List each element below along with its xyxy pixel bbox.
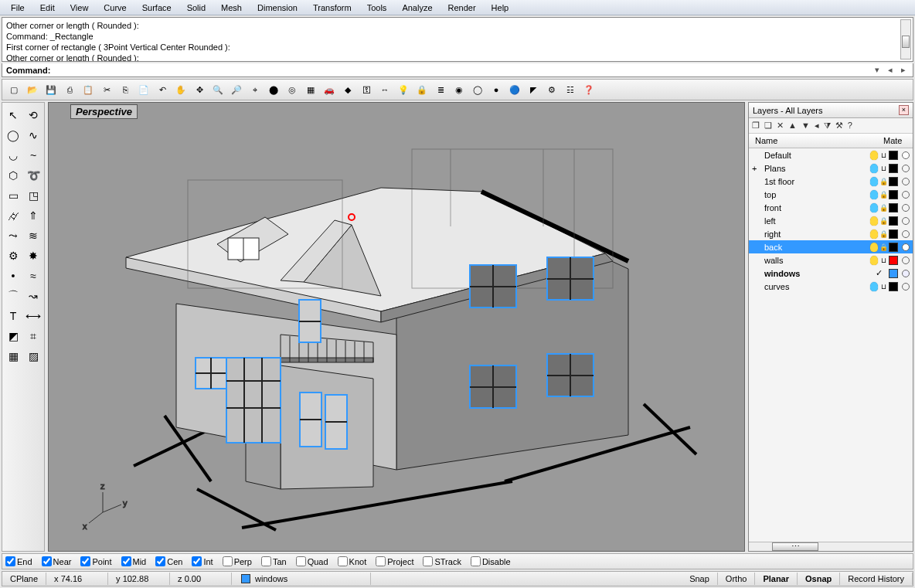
col-material[interactable]: Mate: [883, 136, 910, 145]
layer-stack-icon[interactable]: ≣: [432, 81, 449, 98]
delete-layer-icon[interactable]: ✕: [777, 121, 784, 131]
sphere-wire-icon[interactable]: ◯: [469, 81, 486, 98]
col-name[interactable]: Name: [752, 136, 883, 145]
extrude-tool-icon[interactable]: ⇑: [24, 206, 43, 225]
trace-tool-icon[interactable]: ➰: [24, 166, 43, 185]
options-icon[interactable]: ⚙: [543, 81, 560, 98]
osnap-tan[interactable]: Tan: [261, 556, 287, 566]
zoom-out-icon[interactable]: 🔎: [228, 81, 245, 98]
status-layer[interactable]: windows: [232, 573, 371, 585]
text-tool-icon[interactable]: T: [4, 307, 22, 325]
arrow-tool-icon[interactable]: ↖: [4, 106, 22, 124]
zoom-extents-icon[interactable]: ◎: [284, 81, 301, 98]
color-wheel-icon[interactable]: ◉: [451, 81, 468, 98]
menu-transform[interactable]: Transform: [305, 2, 359, 14]
curve-tool-icon[interactable]: ∿: [24, 126, 43, 144]
menu-solid[interactable]: Solid: [179, 2, 213, 14]
filter-icon[interactable]: ⧩: [824, 121, 831, 131]
new-sublayer-icon[interactable]: ❏: [764, 121, 772, 131]
pipe-tool-icon[interactable]: ⌒: [4, 287, 22, 305]
layer-row[interactable]: back🔒: [749, 240, 913, 253]
menu-dimension[interactable]: Dimension: [250, 2, 305, 14]
help-layer-icon[interactable]: ?: [848, 121, 852, 131]
explode-tool-icon[interactable]: ✸: [24, 246, 43, 265]
osnap-knot[interactable]: Knot: [338, 556, 367, 566]
osnap-strack[interactable]: STrack: [423, 556, 461, 566]
osnap-disable[interactable]: Disable: [471, 556, 511, 566]
zoom-selected-icon[interactable]: ⬤: [265, 81, 282, 98]
lasso-tool-icon[interactable]: ⟲: [24, 106, 43, 124]
dim-icon[interactable]: ↔: [376, 81, 393, 98]
cplane-icon[interactable]: ◤: [525, 81, 542, 98]
layer-row[interactable]: Default⊔: [749, 148, 913, 161]
status-ortho[interactable]: Ortho: [718, 573, 756, 585]
gear-tool-icon[interactable]: ⚙: [4, 246, 22, 265]
circle-tool-icon[interactable]: ◯: [4, 126, 22, 144]
loft-tool-icon[interactable]: ≋: [24, 226, 43, 245]
ucs-tool-icon[interactable]: ⌗: [24, 327, 43, 345]
layer-row[interactable]: curves⊔: [749, 280, 913, 293]
render-icon[interactable]: ◆: [339, 81, 356, 98]
osnap-int[interactable]: Int: [192, 556, 213, 566]
viewport-label[interactable]: Perspective: [70, 104, 138, 119]
pcurve-tool-icon[interactable]: ~: [24, 146, 43, 165]
move-icon[interactable]: ✥: [191, 81, 208, 98]
prev-icon[interactable]: ◂: [815, 121, 819, 131]
menu-help[interactable]: Help: [484, 2, 517, 14]
menu-curve[interactable]: Curve: [96, 2, 134, 14]
menu-view[interactable]: View: [63, 2, 97, 14]
light-off-icon[interactable]: 💡: [395, 81, 412, 98]
layer-row[interactable]: front🔒: [749, 201, 913, 214]
menu-render[interactable]: Render: [440, 2, 484, 14]
layer-row[interactable]: 1st floor🔒: [749, 175, 913, 188]
sphere-shaded-icon[interactable]: ●: [488, 81, 505, 98]
blend-tool-icon[interactable]: ≈: [24, 267, 43, 285]
hatch-tool-icon[interactable]: ▨: [24, 347, 43, 365]
menu-surface[interactable]: Surface: [134, 2, 179, 14]
osnap-point[interactable]: Point: [80, 556, 111, 566]
cyl-tool-icon[interactable]: ⌭: [4, 206, 22, 225]
osnap-cen[interactable]: Cen: [155, 556, 182, 566]
sweep-tool-icon[interactable]: ⤳: [4, 226, 22, 245]
arc-tool-icon[interactable]: ◡: [4, 146, 22, 165]
print-icon[interactable]: ⎙: [61, 81, 78, 98]
move-up-icon[interactable]: ▲: [788, 121, 797, 131]
scroll-right-icon[interactable]: ▸: [898, 65, 909, 75]
status-planar[interactable]: Planar: [755, 573, 798, 585]
key-icon[interactable]: ⚿: [358, 81, 375, 98]
osnap-perp[interactable]: Perp: [223, 556, 252, 566]
menu-tools[interactable]: Tools: [359, 2, 395, 14]
status-record-history[interactable]: Record History: [840, 573, 913, 585]
lock-icon[interactable]: 🔒: [413, 81, 430, 98]
zoom-window-icon[interactable]: ⌖: [247, 81, 264, 98]
tools-icon[interactable]: ⚒: [835, 121, 843, 131]
osnap-mid[interactable]: Mid: [121, 556, 147, 566]
close-icon[interactable]: ×: [899, 105, 909, 115]
new-icon[interactable]: ▢: [5, 81, 22, 98]
layer-row[interactable]: windows✓: [749, 267, 913, 280]
menu-mesh[interactable]: Mesh: [213, 2, 250, 14]
car-icon[interactable]: 🚗: [321, 81, 338, 98]
zoom-in-icon[interactable]: 🔍: [209, 81, 226, 98]
box-tool-icon[interactable]: ◳: [24, 186, 43, 205]
menu-file[interactable]: File: [3, 2, 32, 14]
grid-icon[interactable]: ▦: [302, 81, 319, 98]
osnap-project[interactable]: Project: [376, 556, 413, 566]
dim-tool-icon[interactable]: ⟷: [24, 307, 43, 325]
open-icon[interactable]: 📂: [24, 81, 41, 98]
menu-analyze[interactable]: Analyze: [394, 2, 440, 14]
clipboard-icon[interactable]: 📄: [135, 81, 152, 98]
pan-icon[interactable]: ✋: [172, 81, 189, 98]
command-input[interactable]: [53, 66, 872, 75]
help-icon[interactable]: ❓: [580, 81, 597, 98]
status-osnap[interactable]: Osnap: [798, 573, 840, 585]
polygon-tool-icon[interactable]: ⬡: [4, 166, 22, 185]
dot-tool-icon[interactable]: •: [4, 267, 22, 285]
sphere-blue-icon[interactable]: 🔵: [506, 81, 523, 98]
tree-icon[interactable]: ☷: [562, 81, 579, 98]
layer-row[interactable]: top🔒: [749, 188, 913, 201]
save-icon[interactable]: 💾: [43, 81, 60, 98]
osnap-quad[interactable]: Quad: [296, 556, 328, 566]
viewport[interactable]: Perspective: [48, 102, 745, 552]
osnap-end[interactable]: End: [5, 556, 32, 566]
